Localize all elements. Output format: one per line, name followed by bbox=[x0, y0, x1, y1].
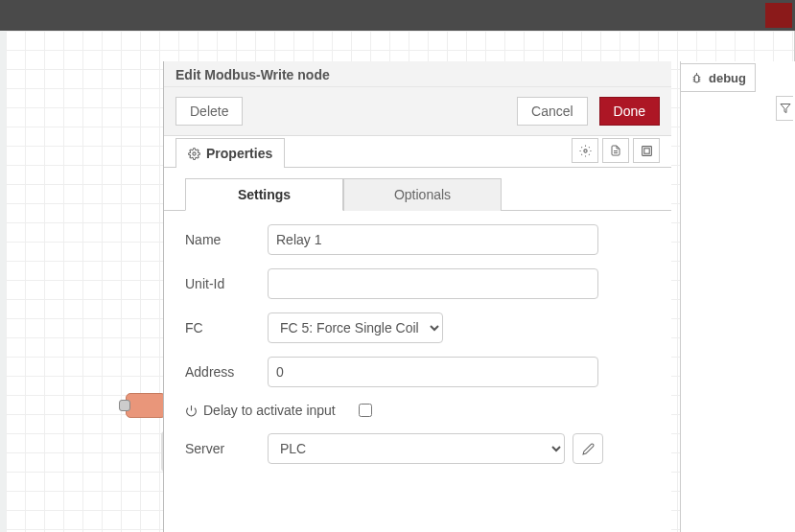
delay-label: Delay to activate input bbox=[203, 403, 336, 418]
svg-rect-4 bbox=[642, 146, 651, 155]
node-form: Name Unit-Id FC FC 5: Force Single Coil … bbox=[164, 211, 671, 491]
bug-icon bbox=[690, 72, 703, 84]
svg-point-1 bbox=[583, 149, 586, 151]
unitid-input[interactable] bbox=[268, 268, 598, 299]
pencil-icon bbox=[582, 443, 595, 455]
edit-panel: Edit Modbus-Write node Delete Cancel Don… bbox=[163, 61, 671, 532]
edit-panel-tabs: Properties bbox=[164, 136, 671, 168]
name-input[interactable] bbox=[268, 224, 598, 255]
right-sidebar: debug bbox=[680, 61, 795, 532]
gear-icon bbox=[579, 145, 592, 157]
filter-button[interactable] bbox=[776, 96, 793, 121]
fc-label: FC bbox=[185, 320, 268, 335]
svg-rect-7 bbox=[694, 75, 698, 82]
edit-panel-toolbar: Delete Cancel Done bbox=[164, 87, 671, 136]
edit-panel-title: Edit Modbus-Write node bbox=[164, 61, 671, 87]
gear-icon bbox=[188, 148, 200, 160]
delete-button[interactable]: Delete bbox=[175, 97, 243, 126]
menu-icon[interactable] bbox=[765, 3, 792, 28]
server-edit-button[interactable] bbox=[573, 433, 603, 464]
filter-icon bbox=[780, 103, 791, 114]
node-appearance-button[interactable] bbox=[633, 138, 660, 163]
svg-point-0 bbox=[193, 151, 196, 154]
name-label: Name bbox=[185, 232, 268, 247]
canvas-node[interactable] bbox=[126, 393, 166, 418]
done-button[interactable]: Done bbox=[599, 97, 660, 126]
delay-checkbox[interactable] bbox=[359, 404, 372, 417]
server-select[interactable]: PLC bbox=[268, 433, 565, 464]
file-icon bbox=[610, 144, 621, 157]
sidebar-tab-debug[interactable]: debug bbox=[681, 63, 756, 92]
svg-marker-8 bbox=[781, 104, 790, 113]
address-input[interactable] bbox=[268, 357, 598, 387]
sidebar-tab-debug-label: debug bbox=[709, 71, 746, 85]
node-docs-button[interactable] bbox=[602, 138, 629, 163]
inner-tabs: Settings Optionals bbox=[164, 168, 671, 211]
layout-icon bbox=[641, 145, 653, 157]
svg-rect-5 bbox=[643, 148, 648, 152]
app-topbar bbox=[0, 0, 795, 31]
power-icon bbox=[185, 405, 198, 417]
address-label: Address bbox=[185, 364, 268, 380]
cancel-button[interactable]: Cancel bbox=[517, 97, 588, 126]
server-label: Server bbox=[185, 441, 268, 456]
inner-tab-optionals[interactable]: Optionals bbox=[343, 178, 502, 211]
node-settings-button[interactable] bbox=[572, 138, 598, 163]
inner-tab-settings[interactable]: Settings bbox=[185, 178, 343, 211]
unitid-label: Unit-Id bbox=[185, 276, 268, 291]
tab-properties[interactable]: Properties bbox=[175, 138, 285, 168]
workspace: Edit Modbus-Write node Delete Cancel Don… bbox=[0, 31, 795, 532]
tab-properties-label: Properties bbox=[206, 146, 272, 161]
fc-select[interactable]: FC 5: Force Single Coil bbox=[268, 312, 443, 343]
